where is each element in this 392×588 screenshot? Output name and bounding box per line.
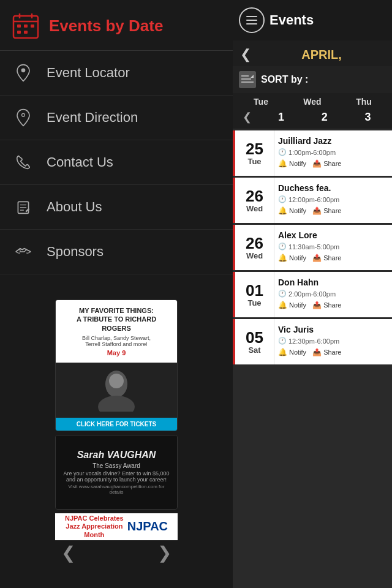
svg-rect-4 <box>17 24 21 28</box>
sidebar-item-contact-us[interactable]: Contact Us <box>0 140 233 185</box>
clock-icon: 🕐 <box>278 243 287 251</box>
notify-button[interactable]: 🔔 Notify <box>278 159 306 168</box>
bell-icon: 🔔 <box>278 159 287 168</box>
ad-banner-2[interactable]: Sarah VAUGHAN The Sassy Award Are your v… <box>55 435 178 510</box>
event-day-num: 26 <box>246 188 263 204</box>
cal-day-thu: Thu <box>345 97 382 107</box>
svg-rect-6 <box>31 24 34 28</box>
sidebar-header: Events by Date <box>0 0 233 51</box>
ad-2-sub: The Sassy Award <box>92 462 140 469</box>
share-button[interactable]: 📤 Share <box>312 301 341 309</box>
event-title: Duchess fea. <box>278 183 388 194</box>
sort-icon <box>239 71 256 88</box>
event-day-num: 01 <box>246 282 263 298</box>
ad-1-cta[interactable]: CLICK HERE FOR TICKETS <box>56 418 177 431</box>
svg-point-9 <box>21 69 26 73</box>
share-button[interactable]: 📤 Share <box>312 206 341 215</box>
cal-prev-arrow[interactable]: ❮ <box>241 110 253 124</box>
event-actions: 🔔 Notify 📤 Share <box>278 301 388 309</box>
event-day-name: Tue <box>247 157 261 166</box>
share-icon: 📤 <box>312 301 322 309</box>
event-time: 🕐 12:00pm-6:00pm <box>278 195 388 203</box>
sort-label[interactable]: SORT by : <box>261 74 308 85</box>
event-locator-label: Event Locator <box>47 65 130 81</box>
ad-next-arrow[interactable]: ❯ <box>151 543 178 563</box>
ad-banner-3[interactable]: NJPAC CelebratesJazz AppreciationMonth N… <box>55 513 178 540</box>
sidebar-item-sponsors[interactable]: Sponsors <box>0 230 233 274</box>
phone-icon <box>12 151 34 173</box>
calendar-strip: Tue Wed Thu ❮ 1 2 3 <box>233 93 392 129</box>
event-item: 05 Sat Vic Juris 🕐 12:30pm-6:00pm 🔔 Noti… <box>233 319 392 364</box>
event-date-block: 26 Wed <box>235 225 274 270</box>
location-icon <box>12 107 34 129</box>
event-date-block: 25 Tue <box>235 130 274 176</box>
event-time: 🕐 1:00pm-6:00pm <box>278 148 388 156</box>
event-time: 🕐 2:00pm-6:00pm <box>278 290 388 298</box>
cal-day-wed: Wed <box>294 97 331 107</box>
bell-icon: 🔔 <box>278 348 287 356</box>
cal-num-1[interactable]: 1 <box>266 111 296 124</box>
event-actions: 🔔 Notify 📤 Share <box>278 348 388 356</box>
event-details: Vic Juris 🕐 12:30pm-6:00pm 🔔 Notify 📤 Sh… <box>274 319 392 364</box>
event-details: Alex Lore 🕐 11:30am-5:00pm 🔔 Notify 📤 Sh… <box>274 225 392 270</box>
cal-num-3[interactable]: 3 <box>353 111 383 124</box>
svg-marker-21 <box>251 75 254 78</box>
share-icon: 📤 <box>312 159 322 168</box>
month-navigation: ❮ APRIL, <box>233 40 392 66</box>
notify-button[interactable]: 🔔 Notify <box>278 348 306 356</box>
share-button[interactable]: 📤 Share <box>312 254 341 262</box>
calendar-day-names: Tue Wed Thu <box>233 97 392 109</box>
event-item: 25 Tue Juilliard Jazz 🕐 1:00pm-6:00pm 🔔 … <box>233 130 392 176</box>
event-day-name: Wed <box>246 204 263 213</box>
event-actions: 🔔 Notify 📤 Share <box>278 254 388 262</box>
share-button[interactable]: 📤 Share <box>312 159 341 168</box>
pin-icon <box>12 62 34 84</box>
event-item: 26 Wed Alex Lore 🕐 11:30am-5:00pm 🔔 Noti… <box>233 225 392 270</box>
calendar-icon <box>12 12 39 39</box>
svg-rect-5 <box>24 24 28 28</box>
clock-icon: 🕐 <box>278 195 287 203</box>
month-prev-arrow[interactable]: ❮ <box>236 47 255 62</box>
event-details: Duchess fea. 🕐 12:00pm-6:00pm 🔔 Notify 📤… <box>274 178 392 223</box>
notify-button[interactable]: 🔔 Notify <box>278 301 306 309</box>
hamburger-button[interactable] <box>239 7 265 33</box>
event-day-num: 26 <box>246 235 263 251</box>
ad-3-text: NJPAC CelebratesJazz AppreciationMonth <box>65 514 124 539</box>
bell-icon: 🔔 <box>278 301 287 309</box>
notify-button[interactable]: 🔔 Notify <box>278 254 306 262</box>
svg-point-10 <box>22 113 25 116</box>
event-date-block: 05 Sat <box>235 319 274 364</box>
cal-num-2[interactable]: 2 <box>309 111 340 124</box>
event-title: Alex Lore <box>278 230 388 241</box>
event-title: Don Hahn <box>278 277 388 288</box>
notify-button[interactable]: 🔔 Notify <box>278 206 306 215</box>
sidebar-item-event-locator[interactable]: Event Locator <box>0 51 233 96</box>
event-direction-label: Event Direction <box>47 110 138 126</box>
sidebar: Events by Date Event Locator Event Direc… <box>0 0 233 588</box>
ad-2-link: Visit www.sarahvaughancompetition.com fo… <box>61 484 172 495</box>
page-title: Events <box>265 12 386 28</box>
about-us-label: About Us <box>47 199 102 215</box>
event-time: 🕐 11:30am-5:00pm <box>278 243 388 251</box>
share-button[interactable]: 📤 Share <box>312 348 341 356</box>
ad-1-date: May 9 <box>62 349 171 356</box>
event-day-name: Sat <box>248 345 260 355</box>
ad-banner-1[interactable]: MY FAVORITE THINGS:A TRIBUTE TO RICHARD … <box>55 300 178 431</box>
clock-icon: 🕐 <box>278 148 287 156</box>
ad-1-title: MY FAVORITE THINGS:A TRIBUTE TO RICHARD … <box>62 306 171 333</box>
event-title: Vic Juris <box>278 324 388 335</box>
sidebar-item-about-us[interactable]: About Us <box>0 185 233 230</box>
sidebar-ads: MY FAVORITE THINGS:A TRIBUTE TO RICHARD … <box>0 274 233 588</box>
event-date-block: 01 Tue <box>235 272 274 317</box>
svg-rect-8 <box>24 31 28 34</box>
ad-prev-arrow[interactable]: ❮ <box>55 543 81 563</box>
main-content: Events ❮ APRIL, SORT by : Tue Wed Thu ❮ … <box>233 0 392 588</box>
contact-us-label: Contact Us <box>47 154 113 170</box>
share-icon: 📤 <box>312 254 322 262</box>
event-day-num: 25 <box>246 141 263 157</box>
event-day-name: Wed <box>246 251 263 260</box>
calendar-day-numbers: ❮ 1 2 3 <box>233 109 392 125</box>
event-title: Juilliard Jazz <box>278 135 388 146</box>
sidebar-item-event-direction[interactable]: Event Direction <box>0 96 233 140</box>
main-header: Events <box>233 0 392 40</box>
